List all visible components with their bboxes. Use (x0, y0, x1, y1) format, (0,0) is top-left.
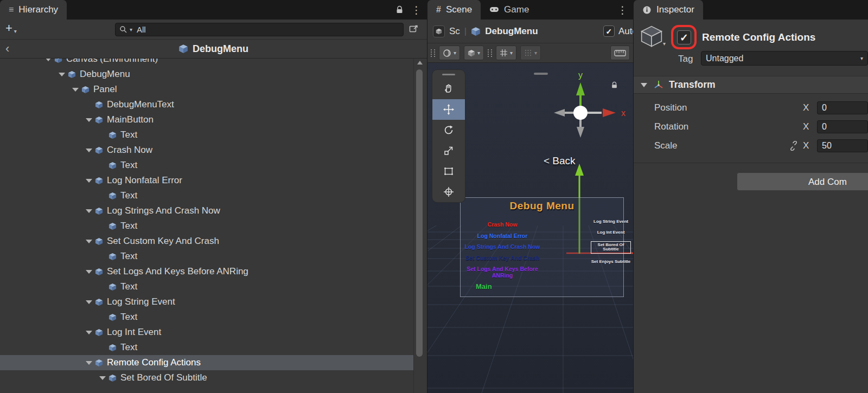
tab-game[interactable]: Game (481, 0, 538, 20)
hierarchy-menu-icon[interactable]: ⋮ (411, 5, 422, 15)
scroll-up-arrow-icon[interactable] (417, 61, 423, 65)
gizmo-neg-y-cone[interactable] (577, 127, 584, 138)
foldout-spacer (98, 279, 108, 294)
tree-item[interactable]: MainButton (0, 112, 413, 127)
ruler-button[interactable] (610, 46, 630, 60)
foldout-icon[interactable] (84, 325, 95, 340)
foldout-icon[interactable] (84, 112, 95, 127)
tree-item[interactable]: Text (0, 218, 413, 234)
tree-item[interactable]: Text (0, 188, 413, 203)
scene-camera-dropdown[interactable]: ▾ (464, 46, 484, 60)
value-field[interactable]: 50 (817, 139, 868, 152)
gameobject-cube-icon[interactable] (640, 25, 663, 48)
tree-item[interactable]: DebugMenuText (0, 97, 413, 112)
tree-item[interactable]: Text (0, 310, 413, 325)
gizmo-y-arrowhead[interactable] (575, 164, 584, 176)
create-button[interactable]: + ▾ (5, 22, 17, 34)
tab-inspector[interactable]: Inspector (634, 0, 703, 20)
scene-picker-label[interactable]: Sc (449, 26, 460, 37)
scene-debug-button[interactable]: Set Enjoys Subtitle (591, 260, 630, 265)
scene-debug-button[interactable]: Crash Now (488, 222, 518, 228)
scene-asset-icon[interactable] (433, 25, 445, 37)
rect-tool-button[interactable] (432, 161, 465, 182)
icon-picker-caret-icon[interactable]: ▾ (663, 41, 666, 47)
scene-grid-icon: # (436, 5, 441, 14)
value-field[interactable]: 0 (817, 101, 868, 114)
tree-item[interactable]: Set Custom Key And Crash (0, 234, 413, 249)
add-component-button[interactable]: Add Com (737, 172, 868, 191)
value-field[interactable]: 0 (817, 120, 868, 133)
tree-item[interactable]: Log Int Event (0, 325, 413, 340)
search-filter-caret-icon[interactable]: ▾ (130, 27, 132, 33)
scene-debug-button[interactable]: Log Strings And Crash Now (464, 244, 540, 250)
toolbar-handle-icon[interactable] (488, 49, 492, 57)
scene-debug-button[interactable]: Set Bored Of Subtitle (591, 241, 631, 254)
foldout-icon[interactable] (71, 82, 81, 97)
scene-debug-button[interactable]: Log String Event (593, 220, 628, 224)
enable-checkbox[interactable]: ✓ (677, 30, 691, 44)
scrollbar[interactable] (416, 61, 424, 391)
scene-debug-button[interactable]: Log Int Event (597, 230, 625, 235)
scale-link-slot[interactable] (779, 141, 803, 151)
foldout-icon[interactable] (84, 264, 95, 279)
scene-back-button[interactable]: < Back (544, 155, 576, 167)
rotate-tool-button[interactable] (432, 120, 465, 140)
back-chevron-icon[interactable]: ‹ (5, 43, 9, 55)
tree-item[interactable]: Remote Config Actions (0, 355, 413, 370)
scale-tool-button[interactable] (432, 140, 465, 161)
gizmo-x-cone[interactable] (603, 108, 616, 117)
foldout-icon[interactable] (84, 143, 95, 158)
scene-menu-icon[interactable]: ⋮ (617, 5, 628, 15)
scene-debug-button[interactable]: Set Logs And Keys Before ANRing (462, 266, 543, 279)
foldout-icon[interactable] (98, 370, 108, 385)
open-search-window-icon[interactable] (409, 24, 418, 33)
gizmo-y-cone[interactable] (576, 82, 585, 95)
tree-item[interactable]: DebugMenu (0, 67, 413, 82)
tree-item[interactable]: Text (0, 158, 413, 173)
tree-item[interactable]: Panel (0, 82, 413, 97)
transform-section-header[interactable]: Transform (634, 76, 868, 94)
hand-tool-button[interactable] (432, 79, 465, 99)
foldout-icon[interactable] (84, 234, 95, 249)
shading-mode-dropdown[interactable]: ▾ (439, 46, 460, 60)
orientation-gizmo[interactable]: y x (550, 70, 631, 146)
scene-debug-button[interactable]: Log Nonfatal Error (477, 233, 528, 240)
tree-item[interactable]: Crash Now (0, 143, 413, 158)
tool-strip-handle[interactable] (432, 70, 465, 79)
scene-debug-button[interactable]: Set Custom Key And Crash (465, 255, 539, 262)
scrollbar-thumb[interactable] (416, 69, 423, 357)
axis-label: X (803, 140, 817, 151)
lock-icon[interactable] (395, 5, 404, 14)
tree-item[interactable]: Set Logs And Keys Before ANRing (0, 264, 413, 279)
search-input[interactable]: ▾ All (115, 23, 404, 36)
tag-dropdown[interactable]: Untagged ▾ (701, 51, 868, 66)
auto-save-checkbox[interactable]: ✓ (603, 25, 615, 37)
tree-item[interactable]: Log String Event (0, 294, 413, 310)
foldout-icon[interactable] (84, 294, 95, 310)
tree-item[interactable]: Log Nonfatal Error (0, 173, 413, 188)
move-tool-button[interactable] (432, 99, 465, 120)
auto-save-toggle[interactable]: ✓ Auto S (603, 25, 633, 37)
foldout-icon[interactable] (84, 203, 95, 218)
toolbar-handle-icon[interactable] (431, 49, 435, 57)
scene-lock-icon[interactable] (611, 81, 618, 89)
transform-tool-button[interactable] (432, 182, 465, 202)
foldout-icon[interactable] (57, 67, 68, 82)
tree-item[interactable]: Log Strings And Crash Now (0, 203, 413, 218)
tree-item[interactable]: Text (0, 279, 413, 294)
tree-item[interactable]: Text (0, 249, 413, 264)
foldout-icon[interactable] (84, 173, 95, 188)
gizmo-center[interactable] (573, 106, 588, 120)
tree-item[interactable]: Text (0, 127, 413, 143)
foldout-icon[interactable] (641, 83, 647, 87)
foldout-icon[interactable] (84, 355, 95, 370)
grid-snap-dropdown[interactable]: ▾ (496, 46, 516, 60)
scene-viewport[interactable]: Debug Menu Crash NowLog Nonfatal ErrorLo… (427, 63, 633, 393)
debug-menu-footer[interactable]: Main (476, 282, 492, 291)
tree-item[interactable]: Set Bored Of Subtitle (0, 370, 413, 385)
tab-hierarchy[interactable]: ≡ Hierarchy (0, 0, 67, 20)
tree-item[interactable]: Text (0, 340, 413, 355)
snap-increment-dropdown[interactable]: ▾ (520, 46, 541, 60)
gizmo-neg-x-cone[interactable] (554, 109, 565, 117)
tab-scene[interactable]: # Scene (427, 0, 481, 20)
